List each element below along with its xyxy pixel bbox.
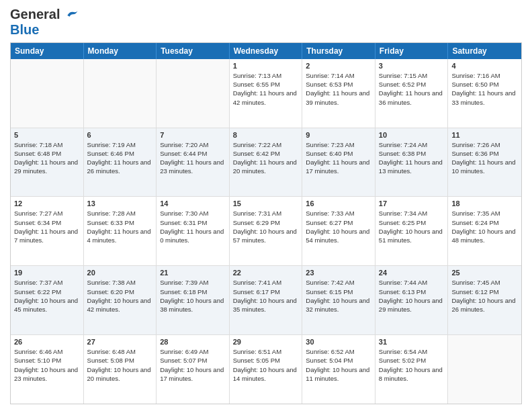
day-info: Sunrise: 7:26 AM Sunset: 6:36 PM Dayligh…: [451, 140, 518, 176]
day-cell-14: 14Sunrise: 7:30 AM Sunset: 6:31 PM Dayli…: [157, 197, 230, 265]
day-info: Sunrise: 7:35 AM Sunset: 6:24 PM Dayligh…: [451, 209, 518, 244]
day-number: 28: [160, 338, 226, 346]
calendar-header: SundayMondayTuesdayWednesdayThursdayFrid…: [11, 43, 521, 59]
day-info: Sunrise: 7:14 AM Sunset: 6:53 PM Dayligh…: [306, 71, 371, 107]
calendar-row-4: 19Sunrise: 7:37 AM Sunset: 6:22 PM Dayli…: [11, 266, 521, 335]
day-info: Sunrise: 7:34 AM Sunset: 6:25 PM Dayligh…: [379, 209, 445, 244]
day-cell-8: 8Sunrise: 7:22 AM Sunset: 6:42 PM Daylig…: [230, 128, 303, 197]
day-cell-12: 12Sunrise: 7:27 AM Sunset: 6:34 PM Dayli…: [11, 197, 84, 265]
day-cell-25: 25Sunrise: 7:45 AM Sunset: 6:12 PM Dayli…: [448, 266, 521, 334]
day-info: Sunrise: 7:23 AM Sunset: 6:40 PM Dayligh…: [306, 140, 371, 176]
day-info: Sunrise: 7:15 AM Sunset: 6:52 PM Dayligh…: [379, 71, 445, 107]
day-number: 8: [233, 131, 299, 139]
day-info: Sunrise: 6:46 AM Sunset: 5:10 PM Dayligh…: [14, 347, 80, 383]
day-number: 10: [379, 131, 445, 139]
calendar-row-3: 12Sunrise: 7:27 AM Sunset: 6:34 PM Dayli…: [11, 197, 521, 266]
calendar-row-2: 5Sunrise: 7:18 AM Sunset: 6:48 PM Daylig…: [11, 128, 521, 197]
calendar-row-1: 1Sunrise: 7:13 AM Sunset: 6:55 PM Daylig…: [11, 59, 521, 128]
header: General Blue: [10, 7, 522, 37]
day-number: 15: [233, 199, 299, 208]
day-cell-18: 18Sunrise: 7:35 AM Sunset: 6:24 PM Dayli…: [448, 197, 521, 265]
day-cell-16: 16Sunrise: 7:33 AM Sunset: 6:27 PM Dayli…: [302, 197, 375, 265]
day-cell-31: 31Sunrise: 6:54 AM Sunset: 5:02 PM Dayli…: [375, 335, 449, 404]
day-info: Sunrise: 7:38 AM Sunset: 6:20 PM Dayligh…: [87, 278, 153, 314]
day-number: 6: [87, 131, 153, 139]
day-header-monday: Monday: [84, 43, 157, 59]
day-number: 24: [379, 269, 445, 277]
day-cell-30: 30Sunrise: 6:52 AM Sunset: 5:04 PM Dayli…: [302, 335, 375, 404]
empty-cell: [84, 59, 157, 128]
day-cell-23: 23Sunrise: 7:42 AM Sunset: 6:15 PM Dayli…: [302, 266, 375, 334]
day-number: 11: [451, 131, 518, 139]
logo-bird-icon: [65, 9, 79, 22]
day-info: Sunrise: 6:52 AM Sunset: 5:04 PM Dayligh…: [306, 347, 371, 383]
day-number: 16: [306, 199, 371, 208]
logo: General Blue: [10, 7, 79, 37]
day-header-sunday: Sunday: [11, 43, 84, 59]
day-number: 4: [451, 62, 518, 70]
calendar-body: 1Sunrise: 7:13 AM Sunset: 6:55 PM Daylig…: [11, 59, 521, 404]
day-info: Sunrise: 7:16 AM Sunset: 6:50 PM Dayligh…: [451, 71, 518, 107]
day-header-friday: Friday: [375, 43, 449, 59]
day-cell-4: 4Sunrise: 7:16 AM Sunset: 6:50 PM Daylig…: [448, 59, 521, 128]
day-number: 5: [14, 131, 80, 139]
day-header-wednesday: Wednesday: [230, 43, 303, 59]
day-info: Sunrise: 7:27 AM Sunset: 6:34 PM Dayligh…: [14, 209, 80, 244]
day-info: Sunrise: 6:51 AM Sunset: 5:05 PM Dayligh…: [233, 347, 299, 383]
day-number: 29: [233, 338, 299, 346]
day-number: 17: [379, 199, 445, 208]
day-cell-21: 21Sunrise: 7:39 AM Sunset: 6:18 PM Dayli…: [157, 266, 230, 334]
day-info: Sunrise: 7:19 AM Sunset: 6:46 PM Dayligh…: [87, 140, 153, 176]
day-number: 27: [87, 338, 153, 346]
day-number: 25: [451, 269, 518, 277]
day-info: Sunrise: 7:39 AM Sunset: 6:18 PM Dayligh…: [160, 278, 226, 314]
day-cell-26: 26Sunrise: 6:46 AM Sunset: 5:10 PM Dayli…: [11, 335, 84, 404]
day-number: 18: [451, 199, 518, 208]
logo-blue: Blue: [10, 22, 79, 37]
day-cell-29: 29Sunrise: 6:51 AM Sunset: 5:05 PM Dayli…: [230, 335, 303, 404]
day-number: 30: [306, 338, 371, 346]
day-info: Sunrise: 7:20 AM Sunset: 6:44 PM Dayligh…: [160, 140, 226, 176]
day-cell-24: 24Sunrise: 7:44 AM Sunset: 6:13 PM Dayli…: [375, 266, 449, 334]
day-number: 3: [379, 62, 445, 70]
day-info: Sunrise: 7:13 AM Sunset: 6:55 PM Dayligh…: [233, 71, 299, 107]
day-header-saturday: Saturday: [448, 43, 521, 59]
empty-cell: [448, 335, 521, 404]
day-cell-13: 13Sunrise: 7:28 AM Sunset: 6:33 PM Dayli…: [84, 197, 157, 265]
day-info: Sunrise: 7:33 AM Sunset: 6:27 PM Dayligh…: [306, 209, 371, 244]
day-cell-15: 15Sunrise: 7:31 AM Sunset: 6:29 PM Dayli…: [230, 197, 303, 265]
logo-general: General: [10, 7, 60, 21]
day-cell-22: 22Sunrise: 7:41 AM Sunset: 6:17 PM Dayli…: [230, 266, 303, 334]
day-cell-19: 19Sunrise: 7:37 AM Sunset: 6:22 PM Dayli…: [11, 266, 84, 334]
day-cell-27: 27Sunrise: 6:48 AM Sunset: 5:08 PM Dayli…: [84, 335, 157, 404]
day-cell-2: 2Sunrise: 7:14 AM Sunset: 6:53 PM Daylig…: [302, 59, 375, 128]
day-number: 31: [379, 338, 445, 346]
day-number: 13: [87, 199, 153, 208]
day-info: Sunrise: 7:45 AM Sunset: 6:12 PM Dayligh…: [451, 278, 518, 314]
page: General Blue SundayMondayTuesdayWednesda…: [0, 0, 532, 411]
day-cell-9: 9Sunrise: 7:23 AM Sunset: 6:40 PM Daylig…: [302, 128, 375, 197]
day-info: Sunrise: 7:37 AM Sunset: 6:22 PM Dayligh…: [14, 278, 80, 314]
day-number: 9: [306, 131, 371, 139]
day-cell-6: 6Sunrise: 7:19 AM Sunset: 6:46 PM Daylig…: [84, 128, 157, 197]
calendar-row-5: 26Sunrise: 6:46 AM Sunset: 5:10 PM Dayli…: [11, 335, 521, 404]
day-number: 12: [14, 199, 80, 208]
day-info: Sunrise: 6:49 AM Sunset: 5:07 PM Dayligh…: [160, 347, 226, 383]
day-info: Sunrise: 6:48 AM Sunset: 5:08 PM Dayligh…: [87, 347, 153, 383]
empty-cell: [11, 59, 84, 128]
day-info: Sunrise: 7:31 AM Sunset: 6:29 PM Dayligh…: [233, 209, 299, 244]
day-info: Sunrise: 7:28 AM Sunset: 6:33 PM Dayligh…: [87, 209, 153, 244]
day-cell-1: 1Sunrise: 7:13 AM Sunset: 6:55 PM Daylig…: [230, 59, 303, 128]
day-cell-10: 10Sunrise: 7:24 AM Sunset: 6:38 PM Dayli…: [375, 128, 449, 197]
day-number: 2: [306, 62, 371, 70]
day-cell-20: 20Sunrise: 7:38 AM Sunset: 6:20 PM Dayli…: [84, 266, 157, 334]
day-header-thursday: Thursday: [302, 43, 375, 59]
day-number: 19: [14, 269, 80, 277]
day-number: 20: [87, 269, 153, 277]
day-number: 22: [233, 269, 299, 277]
day-info: Sunrise: 7:30 AM Sunset: 6:31 PM Dayligh…: [160, 209, 226, 244]
day-info: Sunrise: 7:42 AM Sunset: 6:15 PM Dayligh…: [306, 278, 371, 314]
day-number: 1: [233, 62, 299, 70]
day-cell-3: 3Sunrise: 7:15 AM Sunset: 6:52 PM Daylig…: [375, 59, 449, 128]
day-info: Sunrise: 7:41 AM Sunset: 6:17 PM Dayligh…: [233, 278, 299, 314]
